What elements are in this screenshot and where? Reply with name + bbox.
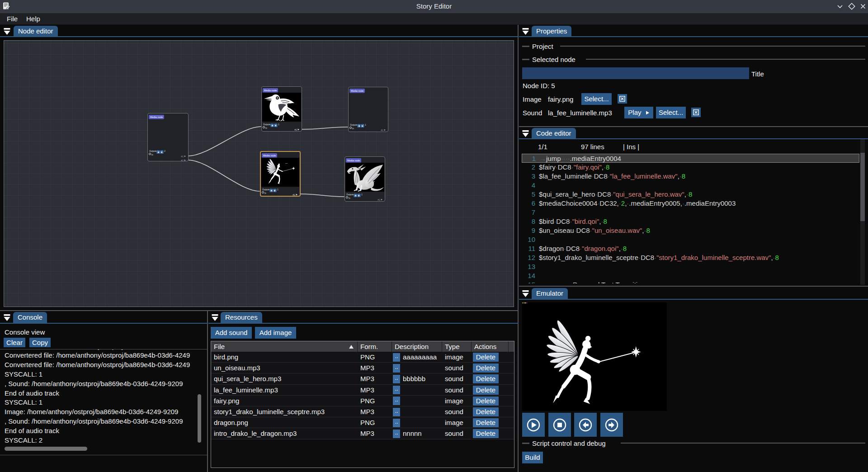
node-editor-canvas[interactable]: Media nodeOutputs◀▶ 2In#1#2Media nodeOut… <box>4 40 514 307</box>
sound-clear-button[interactable] <box>691 108 701 117</box>
menu-file[interactable]: File <box>6 13 18 24</box>
divider-code-emulator[interactable] <box>519 286 868 287</box>
divider-properties-code[interactable] <box>519 126 868 127</box>
divider-horizontal-bottom[interactable] <box>0 310 518 311</box>
delete-button[interactable]: Delete <box>473 418 499 427</box>
graph-node-n1[interactable]: Media nodeOutputs◀▶ 2In#1#2 <box>147 113 189 161</box>
node-output-prev-button[interactable]: ◀ <box>156 150 160 154</box>
resource-row[interactable]: fairy.pngPNG..imageDelete <box>211 396 514 406</box>
code-editor-collapse-icon[interactable] <box>522 130 529 137</box>
maximize-button[interactable] <box>848 3 855 10</box>
resource-row[interactable]: qui_sera_le_hero.mp3MP3..bbbbbbsoundDele… <box>211 373 514 384</box>
description-expand-button[interactable]: .. <box>393 386 400 394</box>
emulator-play-button[interactable] <box>522 413 545 437</box>
node-output-port[interactable]: #1 <box>378 198 383 201</box>
description-expand-button[interactable]: .. <box>393 419 400 427</box>
column-header-type[interactable]: Type <box>442 341 472 352</box>
tab-node-editor[interactable]: Node editor <box>14 26 58 37</box>
sound-play-button[interactable]: Play <box>624 107 653 118</box>
delete-button[interactable]: Delete <box>473 374 499 383</box>
emulator-stop-button[interactable] <box>548 413 571 437</box>
delete-button[interactable]: Delete <box>473 363 499 373</box>
delete-button[interactable]: Delete <box>473 429 499 438</box>
divider-console-resources[interactable] <box>207 310 208 472</box>
delete-button[interactable]: Delete <box>473 353 499 362</box>
add-sound-button[interactable]: Add sound <box>211 327 252 339</box>
properties-collapse-icon[interactable] <box>522 28 529 35</box>
node-output-next-button[interactable]: ▶ <box>274 123 277 127</box>
image-clear-button[interactable] <box>618 94 627 104</box>
graph-node-n4[interactable]: Media nodeOutputs◀▶ 1In#1 <box>260 151 301 197</box>
code-scrollbar-thumb[interactable] <box>860 153 865 221</box>
tab-code-editor[interactable]: Code editor <box>532 128 576 139</box>
description-expand-button[interactable]: .. <box>393 375 400 383</box>
graph-node-n5[interactable]: Media nodeOutputs◀▶ 1In#1 <box>344 156 385 202</box>
node-output-port[interactable]: #1 <box>293 194 298 196</box>
code-editor-text[interactable]: 1→jump····.mediaEntry00042$fairy·DC8·"fa… <box>519 152 860 283</box>
title-input[interactable] <box>522 67 749 79</box>
node-connection-wire[interactable] <box>302 127 348 129</box>
image-select-button[interactable]: Select... <box>581 93 612 105</box>
console-vscrollbar-thumb[interactable] <box>198 394 201 443</box>
node-output-port[interactable]: #1 <box>295 128 300 131</box>
minimize-button[interactable] <box>836 3 844 10</box>
node-connection-wire[interactable] <box>189 127 261 156</box>
node-output-prev-button[interactable]: ◀ <box>354 194 357 197</box>
description-expand-button[interactable]: .. <box>393 408 400 416</box>
node-output-port[interactable]: #1 <box>181 155 186 158</box>
console-copy-button[interactable]: Copy <box>29 338 51 347</box>
console-hscrollbar-thumb[interactable] <box>5 447 87 451</box>
node-output-next-button[interactable]: ▶ <box>361 124 364 127</box>
emulator-collapse-icon[interactable] <box>522 290 529 297</box>
node-output-next-button[interactable]: ▶ <box>160 150 163 154</box>
node-output-next-button[interactable]: ▶ <box>273 189 276 192</box>
delete-button[interactable]: Delete <box>473 407 499 416</box>
node-output-prev-button[interactable]: ◀ <box>357 124 360 127</box>
description-expand-button[interactable]: .. <box>393 364 400 373</box>
node-input-port[interactable] <box>263 126 265 128</box>
resource-row[interactable]: un_oiseau.mp3MP3..soundDelete <box>211 363 514 373</box>
console-log[interactable]: Convertered file: /home/anthony/ostproj/… <box>0 349 203 445</box>
build-button[interactable]: Build <box>522 452 543 463</box>
node-input-port[interactable] <box>262 191 264 194</box>
node-output-next-button[interactable]: ▶ <box>357 194 360 197</box>
add-image-button[interactable]: Add image <box>255 327 296 339</box>
emulator-forward-button[interactable] <box>600 413 623 437</box>
node-connection-wire[interactable] <box>189 160 260 191</box>
column-header-description[interactable]: Description <box>392 341 442 352</box>
node-input-port[interactable] <box>149 153 151 155</box>
node-connection-wire[interactable] <box>301 194 344 197</box>
delete-button[interactable]: Delete <box>473 386 499 395</box>
node-output-port[interactable]: #2 <box>181 159 186 162</box>
resource-row[interactable]: bird.pngPNG..aaaaaaaaaimageDelete <box>211 352 514 363</box>
graph-node-n3[interactable]: Media nodeOutputs◀▶ 1In#1 <box>348 87 388 132</box>
column-header-actions[interactable]: Actions <box>472 341 509 352</box>
close-button[interactable] <box>859 3 867 10</box>
description-expand-button[interactable]: .. <box>393 396 400 405</box>
column-header-form[interactable]: Form. <box>358 341 392 352</box>
description-expand-button[interactable]: .. <box>393 430 400 438</box>
console-clear-button[interactable]: Clear <box>4 338 25 347</box>
description-expand-button[interactable]: .. <box>393 353 400 362</box>
resource-row[interactable]: intro_drako_le_dragon.mp3MP3..nnnnnsound… <box>211 428 514 439</box>
resources-collapse-icon[interactable] <box>212 314 218 321</box>
tab-resources[interactable]: Resources <box>221 312 262 323</box>
resource-row[interactable]: story1_drako_luminelle_sceptre.mp3MP3..s… <box>211 406 514 417</box>
node-output-prev-button[interactable]: ◀ <box>270 123 274 127</box>
graph-node-n2[interactable]: Media nodeOutputs◀▶ 1In#1 <box>261 86 302 132</box>
node-editor-collapse-icon[interactable] <box>4 28 10 35</box>
column-header-file[interactable]: File <box>211 341 358 352</box>
tab-console[interactable]: Console <box>13 312 47 323</box>
sound-select-button[interactable]: Select... <box>656 107 686 118</box>
tab-properties[interactable]: Properties <box>532 26 571 37</box>
node-output-port[interactable]: #1 <box>381 129 386 132</box>
menu-help[interactable]: Help <box>26 13 41 24</box>
console-collapse-icon[interactable] <box>4 314 10 321</box>
node-output-prev-button[interactable]: ◀ <box>269 189 273 192</box>
delete-button[interactable]: Delete <box>473 396 499 406</box>
tab-emulator[interactable]: Emulator <box>532 288 568 299</box>
node-input-port[interactable] <box>346 196 348 198</box>
emulator-back-button[interactable] <box>574 413 597 437</box>
node-input-port[interactable] <box>349 127 352 129</box>
resource-row[interactable]: la_fee_luminelle.mp3MP3..soundDelete <box>211 385 514 396</box>
